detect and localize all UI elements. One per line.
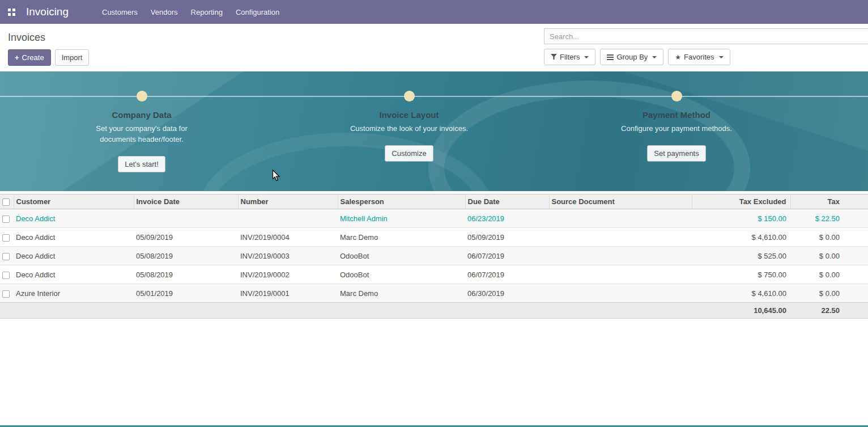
- cell-source-document: [549, 284, 692, 303]
- step-description: Customize the look of your invoices.: [345, 123, 473, 134]
- column-header-salesperson[interactable]: Salesperson: [338, 195, 465, 209]
- total-tax-excluded: 10,645.00: [692, 303, 790, 319]
- column-header-invoice-date[interactable]: Invoice Date: [134, 195, 238, 209]
- table-totals-row: 10,645.00 22.50: [0, 303, 868, 319]
- cell-tax: $ 22.50: [790, 209, 868, 228]
- cell-customer: Azure Interior: [14, 284, 134, 303]
- cell-invoice-date: [134, 209, 238, 228]
- cell-source-document: [549, 247, 692, 265]
- step-title: Invoice Layout: [318, 110, 500, 120]
- cell-due-date: 06/07/2019: [465, 265, 549, 284]
- step-dot: [137, 91, 147, 102]
- cell-due-date: 06/23/2019: [465, 209, 549, 228]
- cell-tax: $ 0.00: [790, 284, 868, 303]
- row-checkbox[interactable]: [2, 290, 10, 298]
- apps-grid-icon[interactable]: [5, 5, 18, 19]
- table-row[interactable]: Deco Addict 05/09/2019 INV/2019/0004 Mar…: [0, 228, 868, 247]
- filters-button-label: Filters: [560, 52, 580, 62]
- step-description: Configure your payment methods.: [612, 123, 741, 134]
- group-by-button-label: Group By: [616, 52, 648, 62]
- row-select-cell: [0, 265, 14, 284]
- lets-start-button[interactable]: Let's start!: [118, 156, 165, 172]
- column-header-tax-excluded[interactable]: Tax Excluded: [692, 195, 790, 209]
- create-button[interactable]: + Create: [8, 49, 51, 66]
- table-row[interactable]: Azure Interior 05/01/2019 INV/2019/0001 …: [0, 284, 868, 303]
- cell-number: [238, 209, 338, 228]
- customize-button[interactable]: Customize: [385, 145, 433, 162]
- cell-customer: Deco Addict: [14, 265, 134, 284]
- select-all-checkbox[interactable]: [2, 198, 10, 206]
- step-title: Company Data: [51, 110, 232, 120]
- invoices-table: Customer Invoice Date Number Salesperson…: [0, 194, 868, 319]
- app-name[interactable]: Invoicing: [26, 6, 69, 18]
- cell-tax: $ 0.00: [790, 228, 868, 247]
- cell-salesperson: Marc Demo: [338, 228, 465, 247]
- row-select-cell: [0, 228, 14, 247]
- cell-tax: $ 0.00: [790, 265, 868, 284]
- breadcrumb-invoices: Invoices: [8, 32, 89, 44]
- plus-icon: +: [15, 53, 19, 62]
- row-checkbox[interactable]: [2, 272, 10, 279]
- select-all-cell: [0, 195, 14, 209]
- onboarding-step-payment-method: Payment Method Configure your payment me…: [586, 91, 767, 162]
- menu-item-customers[interactable]: Customers: [101, 6, 139, 19]
- group-by-icon: [607, 54, 614, 60]
- menu-item-configuration[interactable]: Configuration: [235, 6, 280, 19]
- cell-invoice-date: 05/08/2019: [134, 247, 238, 265]
- column-header-customer[interactable]: Customer: [14, 195, 134, 209]
- cell-invoice-date: 05/01/2019: [134, 284, 238, 303]
- menu-item-reporting[interactable]: Reporting: [190, 6, 224, 19]
- cell-tax: $ 0.00: [790, 247, 868, 265]
- row-checkbox[interactable]: [2, 215, 10, 223]
- cell-source-document: [549, 265, 692, 284]
- row-select-cell: [0, 284, 14, 303]
- row-select-cell: [0, 247, 14, 265]
- cell-tax-excluded: $ 4,610.00: [692, 228, 790, 247]
- cell-source-document: [549, 228, 692, 247]
- search-input[interactable]: [544, 28, 868, 44]
- table-row[interactable]: Deco Addict Mitchell Admin 06/23/2019 $ …: [0, 209, 868, 228]
- table-header-row: Customer Invoice Date Number Salesperson…: [0, 195, 868, 209]
- step-dot: [404, 91, 415, 102]
- caret-down-icon: [652, 56, 657, 58]
- cell-tax-excluded: $ 4,610.00: [692, 284, 790, 303]
- cell-salesperson: OdooBot: [338, 265, 465, 284]
- cell-salesperson: OdooBot: [338, 247, 465, 265]
- onboarding-step-invoice-layout: Invoice Layout Customize the look of you…: [318, 91, 500, 162]
- filters-button[interactable]: Filters: [544, 49, 595, 65]
- column-header-number[interactable]: Number: [238, 195, 338, 209]
- step-description: Set your company's data for documents he…: [78, 123, 206, 145]
- row-checkbox[interactable]: [2, 253, 10, 260]
- onboarding-banner: Company Data Set your company's data for…: [0, 71, 868, 191]
- cell-number: INV/2019/0003: [238, 247, 338, 265]
- onboarding-step-company-data: Company Data Set your company's data for…: [51, 91, 232, 172]
- cell-tax-excluded: $ 150.00: [692, 209, 790, 228]
- favorites-button[interactable]: ★ Favorites: [668, 49, 730, 65]
- cell-salesperson: Marc Demo: [338, 284, 465, 303]
- import-button[interactable]: Import: [55, 49, 90, 66]
- cell-customer: Deco Addict: [14, 247, 134, 265]
- total-tax: 22.50: [790, 303, 868, 319]
- column-header-tax[interactable]: Tax: [790, 195, 868, 209]
- cell-due-date: 06/07/2019: [465, 247, 549, 265]
- table-row[interactable]: Deco Addict 05/08/2019 INV/2019/0002 Odo…: [0, 265, 868, 284]
- control-panel: Invoices + Create Import Filters Group B…: [0, 24, 868, 71]
- column-header-source-document[interactable]: Source Document: [549, 195, 692, 209]
- row-checkbox[interactable]: [2, 234, 10, 242]
- set-payments-button[interactable]: Set payments: [647, 145, 706, 162]
- cell-due-date: 05/09/2019: [465, 228, 549, 247]
- step-dot: [671, 91, 682, 102]
- cell-customer: Deco Addict: [14, 209, 134, 228]
- step-title: Payment Method: [586, 110, 767, 120]
- navbar-menus: Customers Vendors Reporting Configuratio…: [101, 6, 280, 19]
- table-row[interactable]: Deco Addict 05/08/2019 INV/2019/0003 Odo…: [0, 247, 868, 265]
- group-by-button[interactable]: Group By: [600, 49, 663, 65]
- column-header-due-date[interactable]: Due Date: [465, 195, 549, 209]
- cell-salesperson: Mitchell Admin: [338, 209, 465, 228]
- caret-down-icon: [719, 56, 724, 58]
- favorites-button-label: Favorites: [684, 52, 714, 62]
- import-button-label: Import: [62, 53, 83, 62]
- cell-due-date: 06/30/2019: [465, 284, 549, 303]
- cell-number: INV/2019/0002: [238, 265, 338, 284]
- menu-item-vendors[interactable]: Vendors: [150, 6, 179, 19]
